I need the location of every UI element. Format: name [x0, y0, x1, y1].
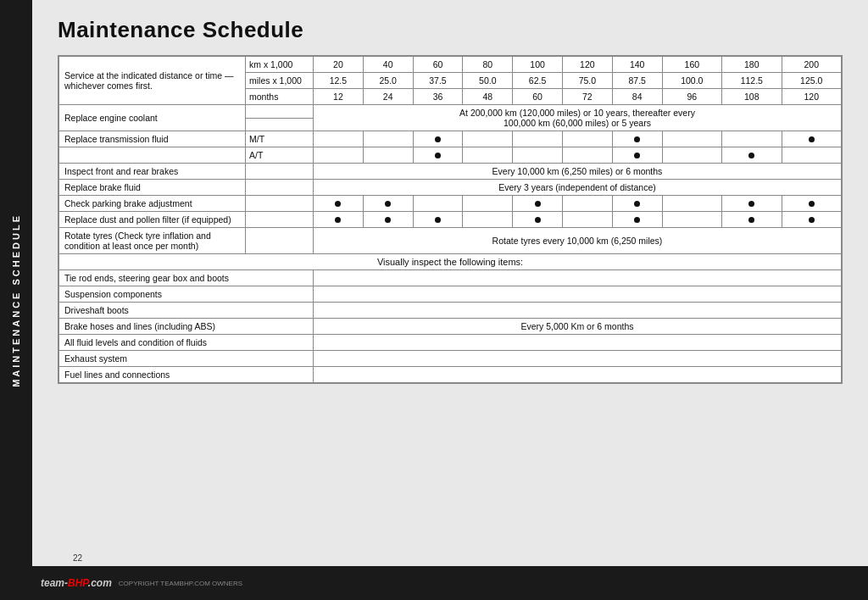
dot-indicator: [809, 201, 815, 207]
table-row: Brake hoses and lines (including ABS) Ev…: [59, 319, 842, 335]
dot-indicator: [535, 201, 541, 207]
table-row: Check parking brake adjustment: [59, 196, 842, 212]
miles-label: miles x 1,000: [246, 73, 314, 89]
page-title: Maintenance Schedule: [58, 17, 843, 43]
sidebar-label: MAINTENANCE SCHEDULE: [11, 214, 21, 387]
dot-indicator: [385, 217, 391, 223]
footer-bar: team-BHP.com COPYRIGHT TEAMBHP.COM OWNER…: [32, 566, 868, 600]
dot-indicator: [535, 217, 541, 223]
table-row: Suspension components: [59, 286, 842, 303]
table-row: Replace transmission fluid M/T: [59, 131, 842, 147]
months-label: months: [246, 89, 314, 105]
dot-indicator: [634, 153, 640, 158]
page-number: 22: [73, 553, 82, 563]
table-row: Rotate tyres (Check tyre inflation and c…: [59, 228, 842, 254]
dot-indicator: [385, 201, 391, 207]
table-row: A/T: [59, 147, 842, 164]
table-row: Replace engine coolant At 200,000 km (12…: [59, 105, 842, 119]
team-text: team-: [41, 577, 68, 589]
dot-indicator: [435, 136, 441, 142]
dot-indicator: [335, 217, 341, 223]
visually-inspect-row: Visually inspect the following items:: [59, 254, 842, 270]
table-row: Tie rod ends, steering gear box and boot…: [59, 270, 842, 286]
dot-indicator: [748, 217, 754, 223]
dot-indicator: [335, 201, 341, 207]
dot-indicator: [634, 217, 640, 223]
service-header: Service at the indicated distance or tim…: [59, 57, 246, 105]
main-content: Maintenance Schedule Service at the indi…: [32, 0, 868, 600]
sidebar: MAINTENANCE SCHEDULE: [0, 0, 32, 600]
table-row: Exhaust system: [59, 351, 842, 367]
table-row: Replace dust and pollen filter (if equip…: [59, 212, 842, 228]
visually-inspect-label: Visually inspect the following items:: [59, 254, 842, 270]
com-text: .com: [88, 577, 112, 589]
dot-indicator: [748, 153, 754, 158]
dot-indicator: [634, 201, 640, 207]
dot-indicator: [809, 217, 815, 223]
maintenance-table: Service at the indicated distance or tim…: [58, 55, 843, 384]
dot-indicator: [634, 136, 640, 142]
dot-indicator: [435, 153, 441, 158]
copyright-text: COPYRIGHT TEAMBHP.COM OWNERS: [119, 580, 242, 587]
table-row: Replace brake fluid Every 3 years (indep…: [59, 180, 842, 196]
footer-logo: team-BHP.com: [41, 577, 112, 589]
table-row: Fuel lines and connections: [59, 367, 842, 383]
table-row: Driveshaft boots: [59, 303, 842, 319]
table-row: Inspect front and rear brakes Every 10,0…: [59, 164, 842, 180]
dot-indicator: [809, 136, 815, 142]
dot-indicator: [748, 201, 754, 207]
km-label: km x 1,000: [246, 57, 314, 73]
table-row: All fluid levels and condition of fluids: [59, 335, 842, 351]
bhp-text: BHP: [68, 577, 88, 589]
dot-indicator: [435, 217, 441, 223]
